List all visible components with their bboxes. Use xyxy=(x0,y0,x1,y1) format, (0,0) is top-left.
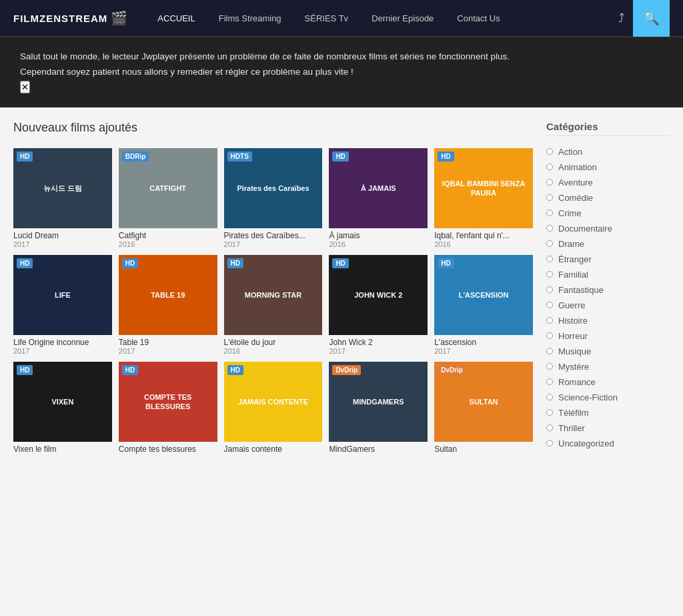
movie-year: 2016 xyxy=(329,240,428,248)
movie-badge: BDRip xyxy=(122,151,149,162)
category-dot xyxy=(546,332,553,339)
category-item[interactable]: Mystère xyxy=(546,359,670,374)
movie-title: À jamais xyxy=(329,231,428,240)
notice-close-button[interactable]: ✕ xyxy=(20,81,30,93)
sidebar-title: Catégories xyxy=(546,121,670,136)
movie-badge: DvDrip xyxy=(332,365,361,375)
movie-card[interactable]: HDIQBAL BAMBINI SENZA PAURAIqbal, l'enfa… xyxy=(434,148,533,248)
movie-card[interactable]: DvDripMINDGAMERSMindGamers xyxy=(329,362,428,454)
category-item[interactable]: Familial xyxy=(546,267,670,282)
category-dot xyxy=(546,179,553,186)
movie-title: Iqbal, l'enfant qui n'... xyxy=(434,231,533,240)
category-dot xyxy=(546,317,553,324)
category-label: Documentaire xyxy=(558,224,612,234)
movie-card[interactable]: HDCOMPTE TES BLESSURESCompte tes blessur… xyxy=(119,362,217,454)
category-dot xyxy=(546,440,553,446)
category-dot xyxy=(546,348,553,354)
movie-title: Table 19 xyxy=(119,338,217,347)
main-container: Nouveaux films ajoutés HD뉴시드 드림Lucid Dre… xyxy=(0,107,683,616)
movie-card[interactable]: HDTABLE 19Table 192017 xyxy=(119,255,217,355)
movie-card[interactable]: HDVIXENVixen le film xyxy=(13,362,112,454)
movie-year: 2017 xyxy=(434,347,533,355)
movie-card[interactable]: HDLIFELife Origine inconnue2017 xyxy=(13,255,112,355)
movie-badge: HD xyxy=(227,365,243,375)
movie-card[interactable]: HDJOHN WICK 2John Wick 22017 xyxy=(329,255,428,355)
category-item[interactable]: Étranger xyxy=(546,252,670,267)
header-actions: ⤴ 🔍 xyxy=(613,0,670,37)
header: FILMZENSTREAM 🎬 ACCUEIL Films Streaming … xyxy=(0,0,683,37)
content-area: Nouveaux films ajoutés HD뉴시드 드림Lucid Dre… xyxy=(13,121,533,616)
category-label: Guerre xyxy=(558,300,585,310)
movie-badge: HDTS xyxy=(227,151,252,162)
category-list: ActionAnimationAventureComédieCrimeDocum… xyxy=(546,144,670,451)
category-item[interactable]: Comédie xyxy=(546,190,670,206)
category-dot xyxy=(546,363,553,370)
nav-films-streaming[interactable]: Films Streaming xyxy=(209,1,291,35)
movie-card[interactable]: HDL'ASCENSIONL'ascension2017 xyxy=(434,255,533,355)
category-label: Mystère xyxy=(558,362,589,372)
category-item[interactable]: Uncategorized xyxy=(546,436,670,451)
movie-title: Lucid Dream xyxy=(13,231,112,240)
category-item[interactable]: Thriller xyxy=(546,420,670,436)
category-item[interactable]: Documentaire xyxy=(546,221,670,236)
movie-year: 2016 xyxy=(224,347,323,355)
movie-title: Life Origine inconnue xyxy=(13,338,112,347)
movie-card[interactable]: HDTSPirates des CaraïbesPirates des Cara… xyxy=(224,148,323,248)
category-item[interactable]: Musique xyxy=(546,344,670,359)
category-item[interactable]: Téléfilm xyxy=(546,405,670,420)
nav-accueil[interactable]: ACCUEIL xyxy=(147,1,205,35)
movie-year: 2016 xyxy=(119,240,217,248)
logo-icon: 🎬 xyxy=(111,10,127,26)
category-item[interactable]: Animation xyxy=(546,160,670,175)
category-dot xyxy=(546,256,553,262)
category-item[interactable]: Science-Fiction xyxy=(546,390,670,405)
category-item[interactable]: Drame xyxy=(546,236,670,252)
category-dot xyxy=(546,424,553,431)
category-label: Romance xyxy=(558,377,596,387)
movie-card[interactable]: HDÀ JAMAISÀ jamais2016 xyxy=(329,148,428,248)
category-item[interactable]: Histoire xyxy=(546,313,670,328)
category-label: Familial xyxy=(558,270,588,280)
notice-line1: Salut tout le monde, le lecteur Jwplayer… xyxy=(20,49,650,65)
movie-badge: HD xyxy=(17,258,33,268)
search-button[interactable]: 🔍 xyxy=(633,0,670,37)
category-item[interactable]: Romance xyxy=(546,374,670,390)
category-dot xyxy=(546,225,553,232)
category-dot xyxy=(546,302,553,308)
category-item[interactable]: Action xyxy=(546,144,670,160)
movie-badge: HD xyxy=(122,258,138,268)
section-title: Nouveaux films ajoutés xyxy=(13,121,533,138)
category-label: Uncategorized xyxy=(558,438,614,448)
category-item[interactable]: Horreur xyxy=(546,328,670,344)
movie-card[interactable]: BDRipCATFIGHTCatfight2016 xyxy=(119,148,217,248)
category-label: Comédie xyxy=(558,193,593,203)
movie-card[interactable]: HDJAMAIS CONTENTEJamais contente xyxy=(224,362,323,454)
share-button[interactable]: ⤴ xyxy=(613,6,630,31)
category-dot xyxy=(546,394,553,400)
movie-title: Compte tes blessures xyxy=(119,444,217,454)
movie-year: 2017 xyxy=(329,347,428,355)
movie-year: 2017 xyxy=(224,240,323,248)
nav-series-tv[interactable]: SÉRIES Tv xyxy=(295,1,359,35)
movie-card[interactable]: HDMORNING STARL'étoile du jour2016 xyxy=(224,255,323,355)
logo[interactable]: FILMZENSTREAM 🎬 xyxy=(13,10,127,26)
movie-year: 2017 xyxy=(13,240,112,248)
category-item[interactable]: Fantastique xyxy=(546,282,670,298)
category-item[interactable]: Crime xyxy=(546,206,670,221)
movie-year: 2017 xyxy=(13,347,112,355)
nav-dernier-episode[interactable]: Dernier Episode xyxy=(362,1,444,35)
movie-title: Jamais contente xyxy=(224,444,323,454)
category-label: Science-Fiction xyxy=(558,392,618,402)
movie-card[interactable]: HD뉴시드 드림Lucid Dream2017 xyxy=(13,148,112,248)
category-label: Animation xyxy=(558,162,597,172)
nav-contact[interactable]: Contact Us xyxy=(447,1,510,35)
movie-badge: HD xyxy=(17,365,33,375)
category-item[interactable]: Guerre xyxy=(546,298,670,313)
category-item[interactable]: Aventure xyxy=(546,175,670,190)
category-dot xyxy=(546,164,553,170)
category-label: Téléfilm xyxy=(558,408,589,418)
category-dot xyxy=(546,210,553,216)
movie-title: John Wick 2 xyxy=(329,338,428,347)
movie-card[interactable]: DvDripSULTANSultan xyxy=(434,362,533,454)
category-label: Aventure xyxy=(558,178,593,188)
